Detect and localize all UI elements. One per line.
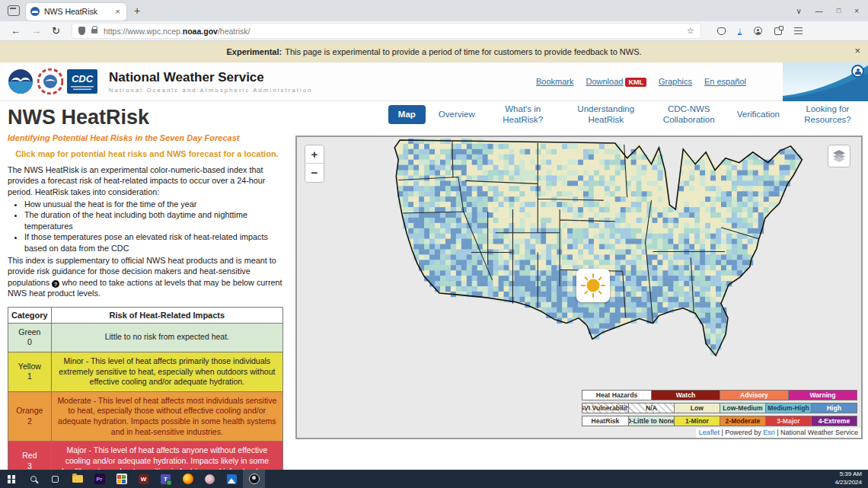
- tagline: Identifying Potential Heat Risks in the …: [8, 133, 286, 142]
- browser-tab-strip: NWS HeatRisk × + ∨ — □ ×: [0, 0, 868, 21]
- legend-cell: 2-Moderate: [720, 416, 765, 426]
- tab-verification[interactable]: Verification: [737, 109, 780, 120]
- window-minimize-button[interactable]: —: [815, 7, 823, 15]
- start-button[interactable]: [0, 470, 22, 488]
- search-icon: [30, 476, 37, 482]
- svg-text:CDC: CDC: [72, 73, 94, 85]
- espanol-link[interactable]: En español: [704, 77, 746, 86]
- help-icon[interactable]: ?: [52, 280, 59, 288]
- legend-heatrisk: HeatRisk 0-Little to None 1-Minor 2-Mode…: [582, 416, 857, 426]
- bookmark-star-icon[interactable]: ☆: [687, 26, 694, 36]
- pocket-icon[interactable]: [717, 27, 726, 35]
- consideration-list: How unusual the heat is for the time of …: [24, 199, 286, 254]
- app-grid-button[interactable]: [110, 470, 132, 488]
- risk-table: Category Risk of Heat-Related Impacts Gr…: [8, 307, 283, 488]
- nws-attribution: National Weather Service: [780, 429, 858, 436]
- map-zoom-control: + −: [305, 145, 324, 183]
- column-header-risk: Risk of Heat-Related Impacts: [51, 307, 282, 323]
- teams-button[interactable]: T: [155, 470, 177, 488]
- nws-logo: [37, 69, 63, 94]
- sun-icon: [581, 273, 605, 298]
- tab-cdc-nws-collaboration[interactable]: CDC-NWS Collaboration: [654, 104, 724, 126]
- download-icon[interactable]: ↓: [738, 27, 742, 35]
- taskbar: Pr W T 5:39 AM 4/23/2024: [0, 470, 868, 488]
- main-content: NWS HeatRisk Identifying Potential Heat …: [0, 101, 868, 470]
- legend-heat-hazards: Heat Hazards Watch Advisory Warning: [582, 390, 857, 400]
- legend-cell: N/A: [628, 403, 674, 413]
- taskbar-clock[interactable]: 5:39 AM 4/23/2024: [834, 470, 868, 487]
- zoom-out-button[interactable]: −: [305, 164, 324, 182]
- sun-marker[interactable]: [576, 269, 610, 302]
- account-icon[interactable]: [754, 27, 762, 35]
- header-links: Bookmark DownloadKML Graphics En español: [536, 77, 746, 87]
- supplement-paragraph: This index is supplementary to official …: [8, 255, 286, 299]
- tab-whats-in-heatrisk[interactable]: What's in HeatRisk?: [488, 104, 558, 126]
- banner-close-icon[interactable]: ×: [854, 45, 860, 56]
- category-cell: Yellow1: [8, 352, 52, 391]
- page-nav-tabs: Map Overview What's in HeatRisk? Underst…: [295, 104, 863, 126]
- legend-label: Heat Hazards: [582, 391, 651, 400]
- site-header: CDC National Weather Service National Oc…: [0, 62, 868, 101]
- address-bar[interactable]: https://www.wpc.ncep.noaa.gov/heatrisk/ …: [72, 24, 700, 38]
- tab-overview[interactable]: Overview: [439, 109, 475, 120]
- graphics-link[interactable]: Graphics: [659, 77, 692, 86]
- file-explorer-button[interactable]: [66, 470, 88, 488]
- browser-toolbar: ← → ↻ https://www.wpc.ncep.noaa.gov/heat…: [0, 21, 868, 41]
- tracking-shield-icon[interactable]: [78, 27, 85, 35]
- column-header-category: Category: [8, 307, 52, 323]
- risk-cell: Moderate - This level of heat affects mo…: [51, 391, 282, 442]
- map-attribution: Leaflet | Powered by Esri | National Wea…: [696, 428, 861, 438]
- zoom-in-button[interactable]: +: [305, 145, 324, 164]
- paint-app-icon: [205, 474, 215, 484]
- wordpad-app-button[interactable]: W: [132, 470, 155, 488]
- window-close-button[interactable]: ×: [854, 7, 859, 15]
- photos-button[interactable]: [221, 470, 243, 488]
- heatrisk-map[interactable]: + −: [295, 136, 863, 439]
- extensions-icon[interactable]: [774, 27, 782, 35]
- legend-cell: Advisory: [720, 391, 788, 400]
- firefox-button[interactable]: [177, 470, 199, 488]
- legend-label: SVI Vulnerability: [582, 403, 628, 413]
- tab-close-icon[interactable]: ×: [114, 7, 122, 16]
- paint-app-button[interactable]: [199, 470, 221, 488]
- obs-icon: [249, 474, 260, 484]
- legend-cell: Low-Medium: [720, 403, 765, 413]
- tab-understanding-heatrisk[interactable]: Understanding HeatRisk: [571, 104, 641, 126]
- firefox-icon: [183, 474, 193, 484]
- obs-button[interactable]: [243, 470, 265, 488]
- forward-button[interactable]: →: [31, 25, 41, 37]
- premiere-icon: Pr: [94, 474, 105, 484]
- table-header-row: Category Risk of Heat-Related Impacts: [8, 307, 283, 323]
- window-maximize-button[interactable]: □: [837, 7, 841, 14]
- legend-cell: Medium-High: [765, 403, 811, 413]
- back-button[interactable]: ←: [11, 25, 21, 37]
- task-view-button[interactable]: [44, 470, 66, 488]
- teams-icon: T: [161, 474, 171, 484]
- browser-tab[interactable]: NWS HeatRisk ×: [26, 3, 126, 21]
- task-view-icon: [52, 476, 59, 483]
- search-button[interactable]: [22, 470, 44, 488]
- photos-icon: [227, 474, 237, 484]
- tab-overflow-icon[interactable]: ∨: [796, 7, 801, 15]
- screen: NWS HeatRisk × + ∨ — □ × ← → ↻ https://w…: [0, 0, 868, 488]
- experimental-banner: Experimental: This page is experimental …: [0, 41, 868, 62]
- leaflet-link[interactable]: Leaflet: [699, 429, 720, 436]
- layers-control[interactable]: [828, 145, 850, 167]
- legend-cell: 4-Extreme: [811, 416, 857, 426]
- bookmark-link[interactable]: Bookmark: [536, 77, 574, 86]
- firefox-view-icon[interactable]: [8, 5, 20, 16]
- tab-map[interactable]: Map: [388, 105, 426, 123]
- map-legend: Heat Hazards Watch Advisory Warning SVI …: [582, 388, 857, 426]
- download-kml-link[interactable]: DownloadKML: [586, 77, 646, 87]
- menu-icon[interactable]: [794, 27, 803, 34]
- new-tab-button[interactable]: +: [134, 5, 140, 17]
- esri-link[interactable]: Esri: [763, 429, 775, 436]
- tab-looking-for-resources[interactable]: Looking for Resources?: [793, 104, 863, 126]
- lock-icon[interactable]: [91, 29, 97, 33]
- site-title: National Weather Service: [109, 70, 313, 85]
- premiere-button[interactable]: Pr: [88, 470, 110, 488]
- risk-row-green: Green0 Little to no risk from expected h…: [8, 323, 283, 352]
- reload-button[interactable]: ↻: [52, 25, 60, 37]
- accessibility-icon[interactable]: [851, 65, 864, 78]
- header-corner-decoration: [783, 62, 868, 101]
